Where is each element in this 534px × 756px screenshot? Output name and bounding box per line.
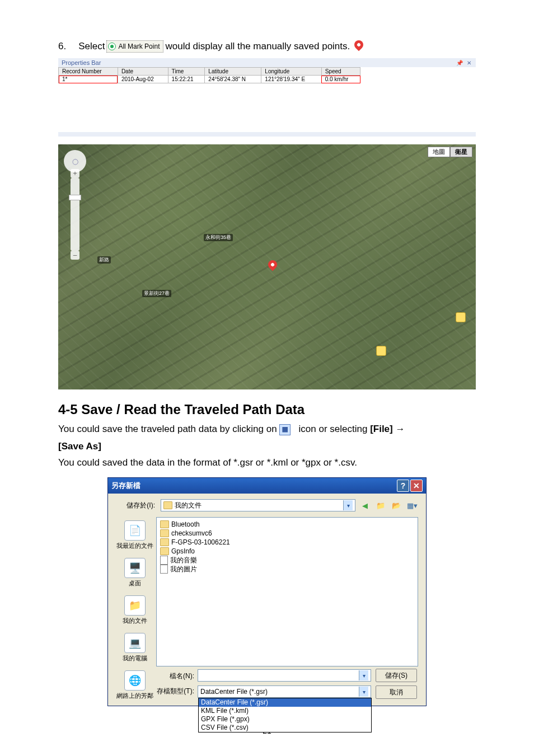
map-mode-map[interactable]: 地圖 [428, 147, 450, 157]
cell-lon: 121°28'19.34" E [261, 76, 321, 83]
col-date[interactable]: Date [118, 68, 168, 76]
satellite-map[interactable]: ◯ 地圖 衛星 新路 景新街27巷 永和街35巷 [58, 144, 476, 389]
col-time[interactable]: Time [168, 68, 205, 76]
table-row[interactable]: 1* 2010-Aug-02 15:22:21 24°58'24.38" N 1… [59, 76, 360, 83]
list-item[interactable]: F-GPS-03-1006221 [159, 538, 415, 547]
dialog-titlebar[interactable]: 另存新檔 ? ✕ [108, 478, 426, 494]
filetype-label: 存檔類型(T): [155, 685, 194, 696]
arrow-icon [395, 424, 405, 434]
cell-speed: 0.0 km/hr [321, 76, 360, 83]
filetype-dropdown[interactable]: DataCenter File (*.gsr) KML File (*.kml)… [198, 698, 372, 732]
all-mark-point-radio[interactable]: All Mark Point [106, 40, 163, 53]
folder-icon [160, 520, 169, 528]
poi-icon [456, 312, 466, 322]
filetype-value: DataCenter File (*.gsr) [200, 688, 357, 696]
places-bar: 📄 我最近的文件 🖥️ 桌面 📁 我的文件 💻 我的電腦 [116, 517, 154, 703]
place-network[interactable]: 🌐 網路上的芳鄰 [116, 670, 153, 700]
map-mode-satellite[interactable]: 衛星 [450, 147, 472, 157]
step-pre-text: Select [78, 41, 105, 52]
street-label: 永和街35巷 [204, 234, 233, 241]
radio-dot-icon [108, 43, 116, 50]
map-zoom-slider[interactable] [71, 178, 79, 251]
step-6-line: 6. Select All Mark Point would display a… [58, 39, 476, 54]
filetype-option[interactable]: GPX File (*.gpx) [199, 715, 371, 724]
street-label: 景新街27巷 [142, 290, 171, 297]
cell-time: 15:22:21 [168, 76, 205, 83]
save-icon[interactable] [279, 424, 291, 435]
save-as-dialog: 另存新檔 ? ✕ 儲存於(I): 我的文件 ▾ ◀ 📁 📂 ▦▾ [107, 477, 427, 706]
para1a: You could save the traveled path data by… [58, 424, 277, 434]
folder-icon [160, 538, 169, 546]
save-in-combo[interactable]: 我的文件 ▾ [161, 499, 355, 511]
para1b: icon or selecting [299, 424, 368, 434]
file-icon [160, 556, 168, 565]
cell-record: 1* [59, 76, 118, 83]
paragraph-1: You could save the traveled path data by… [58, 421, 476, 455]
place-desktop-label: 桌面 [129, 579, 141, 588]
filetype-option[interactable]: DataCenter File (*.gsr) [199, 698, 371, 707]
place-mydocs-label: 我的文件 [123, 617, 147, 625]
col-longitude[interactable]: Longitude [261, 68, 321, 76]
step-post-text: would display all the manually saved poi… [165, 41, 350, 52]
file-menu-ref: [File] [370, 424, 393, 434]
cancel-button[interactable]: 取消 [376, 685, 417, 699]
paragraph-2: You could saved the data in the format o… [58, 457, 476, 468]
chevron-down-icon[interactable]: ▾ [359, 670, 368, 680]
place-mydocs[interactable]: 📁 我的文件 [123, 595, 147, 625]
list-item[interactable]: 我的圖片 [159, 565, 415, 574]
view-menu-button[interactable]: ▦▾ [406, 499, 418, 511]
folder-icon [160, 529, 169, 537]
col-latitude[interactable]: Latitude [205, 68, 261, 76]
file-list-pane[interactable]: Bluetooth checksumvc6 F-GPS-03-1006221 G… [156, 517, 418, 666]
filetype-option[interactable]: CSV File (*.csv) [199, 724, 371, 732]
chevron-down-icon[interactable]: ▾ [359, 687, 368, 697]
save-in-value: 我的文件 [175, 501, 341, 510]
file-name: 我的圖片 [170, 565, 197, 574]
filetype-option[interactable]: KML File (*.kml) [199, 707, 371, 715]
help-button[interactable]: ? [397, 480, 409, 492]
cell-date: 2010-Aug-02 [118, 76, 168, 83]
place-mypc[interactable]: 💻 我的電腦 [123, 633, 147, 663]
cell-lat: 24°58'24.38" N [205, 76, 261, 83]
properties-bar-panel: Properties Bar 📌 ✕ Record Number Date Ti… [58, 58, 476, 137]
chevron-down-icon[interactable]: ▾ [343, 500, 353, 510]
filename-label: 檔名(N): [155, 670, 194, 681]
new-folder-button[interactable]: 📂 [390, 499, 402, 511]
save-as-ref: [Save As] [58, 441, 101, 452]
file-name: 我的音樂 [170, 556, 197, 565]
filetype-combo[interactable]: DataCenter File (*.gsr) ▾ DataCenter Fil… [198, 685, 371, 698]
filename-input[interactable]: ▾ [198, 669, 371, 682]
list-item[interactable]: Bluetooth [159, 520, 415, 529]
radio-label: All Mark Point [118, 43, 160, 50]
folder-icon [160, 547, 169, 555]
file-name: GpsInfo [171, 547, 195, 555]
place-mypc-label: 我的電腦 [123, 654, 147, 663]
list-item[interactable]: checksumvc6 [159, 529, 415, 538]
up-button[interactable]: 📁 [374, 499, 387, 511]
close-button[interactable]: ✕ [410, 480, 423, 492]
file-name: checksumvc6 [171, 529, 212, 537]
map-marker-icon [266, 259, 279, 274]
list-item[interactable]: 我的音樂 [159, 556, 415, 565]
street-label: 新路 [97, 256, 111, 264]
save-button[interactable]: 儲存(S) [376, 669, 417, 682]
map-mode-toggle[interactable]: 地圖 衛星 [428, 147, 472, 157]
place-recent-label: 我最近的文件 [116, 542, 153, 550]
step-number: 6. [58, 41, 66, 52]
dialog-title: 另存新檔 [111, 481, 140, 491]
file-icon [160, 565, 168, 574]
col-record-number[interactable]: Record Number [59, 68, 118, 76]
section-heading: 4-5 Save / Read the Traveled Path Data [58, 402, 476, 417]
place-network-label: 網路上的芳鄰 [116, 692, 153, 700]
list-item[interactable]: GpsInfo [159, 547, 415, 556]
col-speed[interactable]: Speed [321, 68, 360, 76]
back-button[interactable]: ◀ [359, 499, 371, 511]
folder-icon [163, 501, 172, 509]
file-name: F-GPS-03-1006221 [171, 538, 230, 546]
place-recent[interactable]: 📄 我最近的文件 [116, 520, 153, 550]
place-desktop[interactable]: 🖥️ 桌面 [124, 558, 146, 588]
panel-pin-close-icons[interactable]: 📌 ✕ [456, 60, 472, 66]
save-in-label: 儲存於(I): [116, 501, 155, 510]
map-pin-icon [353, 39, 365, 54]
poi-icon [376, 346, 386, 356]
